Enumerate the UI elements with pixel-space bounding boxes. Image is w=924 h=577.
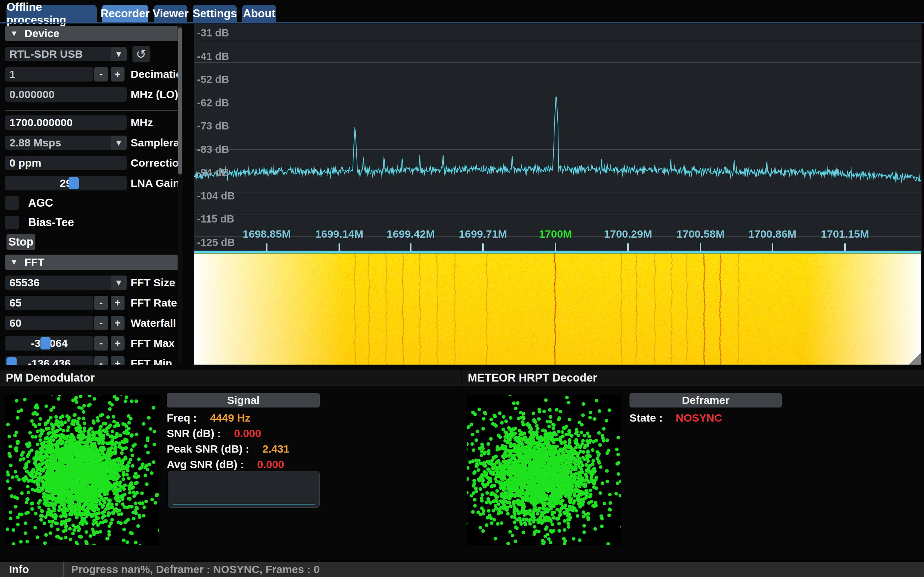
tab-settings[interactable]: Settings: [193, 5, 237, 23]
frequency-tick-mark: [844, 243, 846, 251]
deframer-state-label: State :: [630, 412, 666, 424]
bias-tee-checkbox[interactable]: [5, 216, 19, 229]
lna-gain-label: LNA Gain: [131, 176, 180, 190]
device-section-title: Device: [24, 27, 60, 40]
fft-max-minus-button[interactable]: -: [94, 336, 108, 351]
tab-bar-underline: [0, 23, 924, 23]
freq-value: 4449 Hz: [210, 412, 250, 424]
collapse-arrow-icon: ▼: [10, 258, 18, 267]
frequency-tick-mark: [339, 243, 340, 251]
meteor-decoder-titlebar[interactable]: METEOR HRPT Decoder: [462, 370, 924, 386]
db-tick-label: -73 dB: [197, 120, 229, 132]
deframer-panel-header[interactable]: Deframer: [630, 393, 782, 408]
fft-spectrum-plot[interactable]: [194, 24, 921, 251]
decimation-input[interactable]: 1: [5, 67, 94, 82]
window-resize-grip[interactable]: [909, 352, 921, 364]
snr-history-plot: [168, 471, 320, 508]
tab-recorder[interactable]: Recorder: [102, 5, 149, 23]
fft-min-minus-button[interactable]: -: [94, 356, 108, 365]
lna-gain-value: 29: [5, 176, 127, 190]
db-tick-label: -104 dB: [197, 190, 235, 202]
snr-history-trace: [173, 504, 315, 504]
snr-row: SNR (dB) : 0.000: [167, 427, 261, 440]
device-section-header[interactable]: ▼ Device: [5, 26, 181, 41]
freq-row: Freq : 4449 Hz: [167, 411, 250, 425]
refresh-icon: ↺: [136, 48, 147, 60]
freq-label: Freq :: [167, 412, 200, 424]
db-tick-label: -83 dB: [197, 143, 229, 155]
fft-size-select[interactable]: 65536 ▼: [5, 276, 127, 290]
frequency-tick-label: 1700.29M: [604, 228, 652, 240]
collapse-arrow-icon: ▼: [10, 29, 18, 38]
lo-offset-input[interactable]: 0.000000: [5, 87, 127, 102]
status-message: Progress nan%, Deframer : NOSYNC, Frames…: [64, 563, 320, 575]
device-source-select[interactable]: RTL-SDR USB ▼: [5, 47, 127, 61]
agc-label: AGC: [28, 196, 53, 210]
waterfall-rate-input[interactable]: 60: [5, 316, 94, 330]
tab-about[interactable]: About: [242, 5, 276, 23]
deframer-state-row: State : NOSYNC: [630, 411, 722, 425]
decimation-minus-button[interactable]: -: [94, 67, 108, 82]
db-tick-label: -115 dB: [197, 213, 234, 225]
avg-snr-label: Avg SNR (dB) :: [167, 458, 247, 471]
frequency-tick-label: 1700.86M: [748, 228, 796, 240]
frequency-tick-mark: [627, 243, 629, 251]
fft-min-label: FFT Min: [131, 356, 172, 365]
frequency-tick-label: 1699.42M: [386, 228, 435, 240]
frequency-tick-mark: [266, 243, 267, 251]
frequency-tick-label: 1699.14M: [315, 228, 363, 240]
fft-rate-minus-button[interactable]: -: [94, 296, 108, 310]
fft-max-slider[interactable]: -31.064: [5, 336, 94, 351]
fft-max-slider-handle[interactable]: [40, 337, 50, 350]
lna-gain-slider-handle[interactable]: [69, 177, 79, 189]
fft-max-plus-button[interactable]: +: [111, 336, 124, 351]
fft-section-header[interactable]: ▼ FFT: [5, 255, 181, 270]
peak-snr-value: 2.431: [262, 443, 289, 455]
avg-snr-value: 0.000: [257, 458, 284, 471]
waterfall-rate-minus-button[interactable]: -: [94, 316, 108, 330]
combo-arrow-zone: ▼: [111, 135, 127, 150]
sidebar-scrollbar[interactable]: [178, 24, 183, 365]
tab-offline-processing[interactable]: Offline processing: [6, 5, 97, 23]
tab-viewer[interactable]: Viewer: [154, 5, 187, 23]
combo-arrow-zone: ▼: [111, 47, 127, 61]
samplerate-value: 2.88 Msps: [10, 137, 61, 149]
chevron-down-icon: ▼: [115, 278, 123, 288]
fft-min-value: -136.436: [5, 356, 94, 365]
waterfall-rate-label: Waterfall Rate: [131, 316, 181, 330]
lo-offset-label: MHz (LO): [131, 87, 178, 102]
agc-checkbox[interactable]: [5, 196, 19, 210]
fft-min-slider[interactable]: -136.436: [5, 356, 94, 365]
correction-label: Correction: [131, 156, 181, 170]
status-section-label: Info: [0, 563, 63, 575]
fft-max-label: FFT Max: [131, 336, 175, 351]
signal-panel-header[interactable]: Signal: [167, 393, 320, 408]
samplerate-select[interactable]: 2.88 Msps ▼: [5, 135, 127, 150]
db-tick-label: -125 dB: [197, 236, 235, 248]
waterfall-display[interactable]: [194, 253, 921, 365]
fft-min-plus-button[interactable]: +: [111, 356, 124, 365]
fft-rate-input[interactable]: 65: [5, 296, 94, 310]
frequency-tick-label: 1700.58M: [677, 228, 724, 240]
samplerate-label: Samplerate: [131, 135, 181, 150]
lna-gain-slider[interactable]: 29: [5, 176, 127, 190]
decimation-label: Decimation: [131, 67, 181, 82]
ppm-correction-input[interactable]: 0 ppm: [5, 156, 127, 170]
frequency-tick-label: 1700M: [539, 228, 572, 240]
avg-snr-row: Avg SNR (dB) : 0.000: [167, 458, 284, 471]
waterfall-rate-plus-button[interactable]: +: [111, 316, 124, 330]
fft-min-slider-handle[interactable]: [6, 357, 16, 365]
combo-arrow-zone: ▼: [111, 276, 127, 290]
fft-rate-plus-button[interactable]: +: [111, 296, 124, 310]
frequency-input[interactable]: 1700.000000: [5, 115, 127, 130]
frequency-tick-mark: [410, 243, 412, 251]
pm-demodulator-titlebar[interactable]: PM Demodulator: [0, 370, 461, 386]
decimation-plus-button[interactable]: +: [111, 67, 124, 82]
stop-button[interactable]: Stop: [6, 234, 36, 250]
refresh-devices-button[interactable]: ↺: [132, 46, 150, 62]
sidebar-scrollbar-thumb[interactable]: [178, 27, 182, 174]
device-source-value: RTL-SDR USB: [10, 48, 82, 60]
frequency-tick-mark: [555, 243, 556, 251]
separator: [5, 110, 178, 111]
db-tick-label: -62 dB: [197, 97, 229, 109]
